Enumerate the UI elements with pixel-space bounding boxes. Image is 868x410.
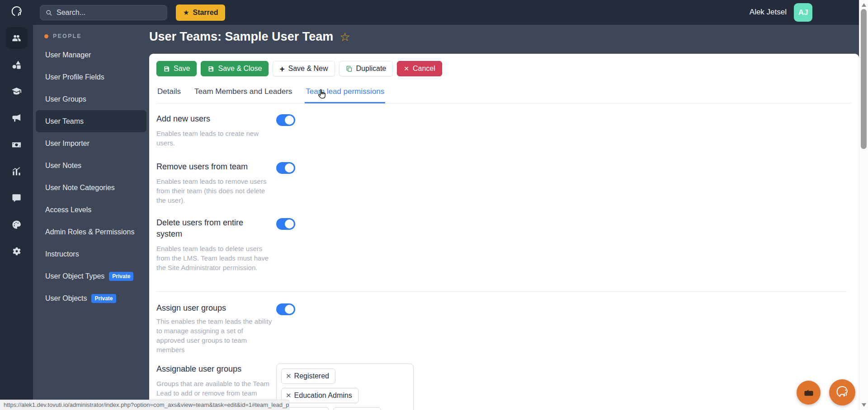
page-scrollbar[interactable] <box>859 0 868 410</box>
tab-details[interactable]: Details <box>156 83 182 103</box>
field-label: Delete users from entire system <box>156 217 254 240</box>
sidebar-item-user-teams[interactable]: User Teams <box>36 110 146 132</box>
chip-label: Education Admins <box>294 391 352 400</box>
shapes-icon <box>11 60 22 70</box>
tab-team-members-and-leaders[interactable]: Team Members and Leaders <box>193 83 293 103</box>
duplicate-button[interactable]: Duplicate <box>339 61 393 76</box>
chat-widget-button[interactable] <box>797 381 821 405</box>
save-close-button[interactable]: Save & Close <box>201 61 269 76</box>
chip-registered[interactable]: ✕ Registered <box>281 368 335 384</box>
form-row-remove-users: Remove users from team Enables team lead… <box>156 161 852 205</box>
sidebar-item-label: User Note Categories <box>45 184 115 192</box>
sidebar-item-user-note-categories[interactable]: User Note Categories <box>36 177 146 199</box>
remove-chip-icon[interactable]: ✕ <box>286 391 292 400</box>
scroll-down-arrow[interactable] <box>862 403 866 407</box>
sidebar-item-label: User Notes <box>45 162 81 170</box>
favorite-star-icon[interactable]: ☆ <box>340 31 350 43</box>
sidebar-item-access-levels[interactable]: Access Levels <box>36 199 146 221</box>
sidebar-item-user-profile-fields[interactable]: User Profile Fields <box>36 66 146 88</box>
field-description: Enables team leads to delete users from … <box>156 244 273 272</box>
sidebar-item-label: User Profile Fields <box>45 73 104 81</box>
cash-icon <box>11 140 22 150</box>
field-label: Remove users from team <box>156 161 254 172</box>
sidebar: PEOPLE User Manager User Profile Fields … <box>33 25 149 410</box>
content-card: Save Save & Close + Save & New Duplicate… <box>149 54 859 410</box>
gear-icon <box>11 246 22 256</box>
chat-bubble-icon <box>803 387 815 399</box>
nav-messages-icon[interactable] <box>6 187 28 209</box>
form-row-add-new-users: Add new users Enables team leads to crea… <box>156 113 852 148</box>
avatar[interactable]: AJ <box>794 3 812 22</box>
scrollbar-thumb[interactable] <box>861 9 867 149</box>
sidebar-item-user-object-types[interactable]: User Object Types Private <box>36 265 146 287</box>
sidebar-item-label: User Object Types <box>45 272 104 280</box>
toggle-assign-groups[interactable] <box>276 303 295 315</box>
users-icon <box>11 33 22 43</box>
starred-button[interactable]: ★ Starred <box>176 5 225 21</box>
search-input[interactable] <box>57 9 156 17</box>
sidebar-item-admin-roles[interactable]: Admin Roles & Permissions <box>36 221 146 243</box>
nav-reports-icon[interactable] <box>6 160 28 182</box>
scroll-up-arrow[interactable] <box>862 3 866 7</box>
duplicate-label: Duplicate <box>356 65 387 73</box>
tovuti-mascot-button[interactable] <box>829 379 855 405</box>
chip-school-b[interactable]: ✕ School B <box>333 407 382 410</box>
nav-commerce-icon[interactable] <box>6 134 28 155</box>
plus-icon: + <box>279 65 284 73</box>
nav-settings-icon[interactable] <box>6 240 28 262</box>
section-label: PEOPLE <box>53 33 82 39</box>
chat-bubble-icon <box>11 193 22 203</box>
sidebar-item-label: User Objects <box>45 294 87 303</box>
nav-shapes-icon[interactable] <box>6 54 28 75</box>
sidebar-item-label: User Groups <box>45 95 86 103</box>
toggle-knob <box>285 305 294 314</box>
icon-rail <box>0 0 33 410</box>
toggle-add-new-users[interactable] <box>276 114 295 126</box>
sidebar-item-user-importer[interactable]: User Importer <box>36 132 146 154</box>
top-bar: ★ Starred Alek Jetsel AJ <box>0 0 859 25</box>
permissions-form: Add new users Enables team leads to crea… <box>156 113 852 410</box>
mouse-cursor <box>316 89 328 100</box>
save-new-button[interactable]: + Save & New <box>273 61 335 76</box>
save-label: Save <box>174 65 190 73</box>
sidebar-item-user-notes[interactable]: User Notes <box>36 154 146 177</box>
field-label: Assign user groups <box>156 303 254 314</box>
field-label: Assignable user groups <box>156 363 254 375</box>
sidebar-item-user-objects[interactable]: User Objects Private <box>36 287 146 309</box>
palette-icon <box>11 219 22 230</box>
tovuti-elephant-logo[interactable] <box>7 2 27 22</box>
toggle-remove-users[interactable] <box>276 162 295 174</box>
nav-courses-icon[interactable] <box>6 80 28 102</box>
chip-label: Registered <box>294 372 329 380</box>
sidebar-item-user-manager[interactable]: User Manager <box>36 44 146 66</box>
remove-chip-icon[interactable]: ✕ <box>286 372 292 380</box>
toggle-knob <box>285 163 294 172</box>
chip-education-admins[interactable]: ✕ Education Admins <box>281 388 359 403</box>
nav-marketing-icon[interactable] <box>6 107 28 129</box>
nav-branding-icon[interactable] <box>6 214 28 235</box>
private-badge: Private <box>91 294 116 303</box>
sidebar-item-label: User Importer <box>45 140 90 148</box>
save-new-label: Save & New <box>288 65 328 73</box>
toggle-delete-users[interactable] <box>276 218 295 230</box>
cancel-label: Cancel <box>413 65 435 73</box>
sidebar-item-instructors[interactable]: Instructors <box>36 243 146 265</box>
cancel-button[interactable]: ✕ Cancel <box>397 61 442 76</box>
field-label: Add new users <box>156 113 254 125</box>
form-row-assign-groups: Assign user groups This enables the team… <box>156 303 852 354</box>
global-search[interactable] <box>40 5 167 20</box>
sidebar-item-label: Admin Roles & Permissions <box>45 228 134 236</box>
sidebar-item-label: User Manager <box>45 51 91 59</box>
section-divider <box>156 291 847 292</box>
toolbar: Save Save & Close + Save & New Duplicate… <box>156 61 852 76</box>
field-description: Enables team leads to create new users. <box>156 129 273 148</box>
field-description: Enables team leads to remove users from … <box>156 177 273 205</box>
starred-label: Starred <box>193 9 218 17</box>
nav-people-icon[interactable] <box>6 27 28 49</box>
sidebar-item-user-groups[interactable]: User Groups <box>36 88 146 110</box>
assignable-groups-select[interactable]: ✕ Registered ✕ Education Admins ✕ School… <box>276 363 414 410</box>
graduation-cap-icon <box>11 86 22 97</box>
save-button[interactable]: Save <box>156 61 197 76</box>
megaphone-icon <box>11 113 22 123</box>
close-icon: ✕ <box>404 65 409 72</box>
